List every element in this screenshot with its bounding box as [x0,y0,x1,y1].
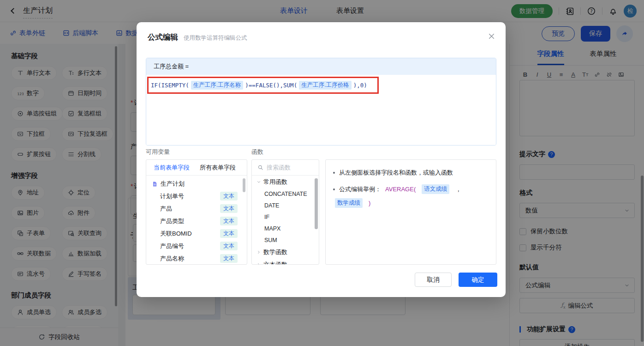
formula-target: 工序总金额 = [146,58,496,75]
variable-row[interactable]: 产品编号文本 [146,240,247,252]
function-group[interactable]: 数学函数 [252,246,319,258]
chevron-down-icon [256,180,261,184]
function-group[interactable]: 常用函数 [252,176,319,188]
tip-text: 从左侧面板选择字段名和函数，或输入函数 [339,168,453,177]
variable-row[interactable]: 产品名称文本 [146,252,247,265]
function-item[interactable]: SUM [252,234,319,246]
functions-scrollbar[interactable] [315,178,318,229]
function-item[interactable]: IF [252,211,319,223]
function-group[interactable]: 文本函数 [252,258,319,265]
tip-text: ) [369,199,370,207]
variable-name: 产品编号 [160,242,184,250]
formula-input-line[interactable]: IF(ISEMPTY(生产工序.工序名称)==FALSE(),SUM(生产工序.… [147,77,379,94]
function-item[interactable]: CONCATENATE [252,188,319,200]
function-search-input[interactable]: 搜索函数 [252,160,319,176]
bullet [333,188,335,190]
variable-type-badge: 文本 [220,204,238,213]
variable-type-badge: 文本 [220,242,238,250]
tip-text: ， [455,185,461,194]
variable-row[interactable]: 计划单号文本 [146,190,247,202]
function-group-name: 常用函数 [263,178,287,186]
formula-field-chip[interactable]: 生产工序.工序价格 [299,81,351,90]
formula-edit-modal: 公式编辑 使用数学运算符编辑公式 工序总金额 = IF(ISEMPTY(生产工序… [137,22,506,297]
variable-name: 计划单号 [160,192,184,200]
tips-panel: 从左侧面板选择字段名和函数，或输入函数 公式编辑举例：AVERAGE(语文成绩，… [325,159,496,265]
search-placeholder: 搜索函数 [267,164,291,172]
close-icon[interactable] [487,31,496,41]
variables-panel: 当前表单字段 所有表单字段 生产计划 计划单号文本产品文本产品类型文本关联BOM… [146,159,247,265]
variable-row[interactable]: 关联BOMID文本 [146,227,247,240]
modal-subtitle: 使用数学运算符编辑公式 [184,34,247,42]
confirm-button[interactable]: 确定 [459,273,497,287]
variables-tree-root[interactable]: 生产计划 [146,176,247,190]
formula-text: ),0) [353,82,367,89]
chevron-right-icon [256,262,261,265]
variable-type-badge: 文本 [220,229,238,238]
variable-type-badge: 文本 [220,192,238,200]
formula-text: IF(ISEMPTY( [151,82,189,89]
variable-row[interactable]: 产品类型文本 [146,215,247,227]
functions-label: 函数 [251,148,263,156]
bullet [333,172,335,174]
formula-editor: 工序总金额 = IF(ISEMPTY(生产工序.工序名称)==FALSE(),S… [146,58,496,146]
formula-field-chip[interactable]: 生产工序.工序名称 [191,81,243,90]
modal-title: 公式编辑 [148,32,178,42]
variables-scrollbar[interactable] [243,178,245,192]
variable-name: 关联BOMID [160,230,192,238]
formula-text: )==FALSE(),SUM( [245,82,297,89]
variable-type-badge: 文本 [220,217,238,225]
document-icon [152,181,158,187]
variable-name: 产品名称 [160,255,184,263]
tab-all-form-fields[interactable]: 所有表单字段 [200,164,236,172]
function-group-name: 文本函数 [263,261,287,265]
tip-text: 公式编辑举例： [339,185,381,194]
function-item[interactable]: MAPX [252,223,319,234]
example-field-chip: 语文成绩 [422,184,449,194]
tip-text: AVERAGE( [385,185,416,194]
variable-type-badge: 文本 [220,254,238,263]
functions-panel: 搜索函数 常用函数CONCATENATEDATEIFMAPXSUM数学函数文本函… [251,159,319,265]
chevron-right-icon [256,250,261,255]
variable-row[interactable]: 产品文本 [146,202,247,215]
variable-name: 产品 [160,205,172,213]
variables-label: 可用变量 [146,148,170,156]
tab-current-form-fields[interactable]: 当前表单字段 [154,164,190,172]
function-group-name: 数学函数 [263,248,287,256]
search-icon [257,164,263,170]
variable-name: 产品类型 [160,217,184,225]
function-item[interactable]: DATE [252,200,319,211]
example-field-chip: 数学成绩 [335,198,363,208]
cancel-button[interactable]: 取消 [415,273,452,287]
